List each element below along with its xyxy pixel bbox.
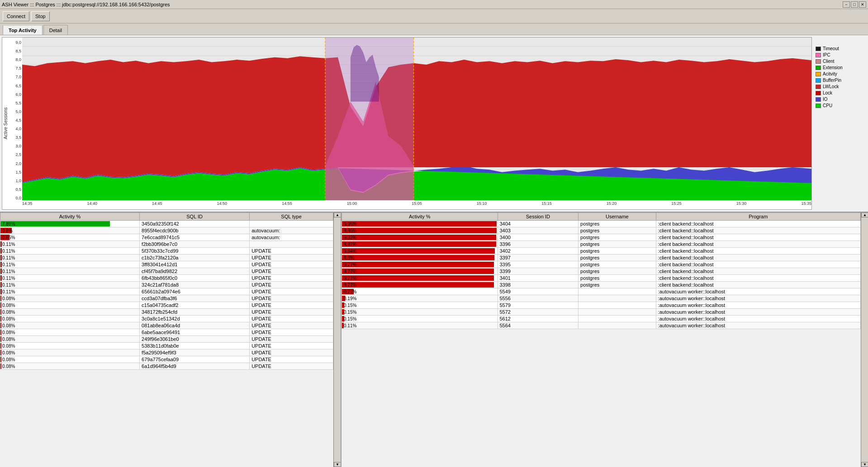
table-row[interactable]: 0.15%5579:autovacuum worker::localhost: [342, 302, 861, 309]
right-table-scroll[interactable]: Activity % Session ID Username Program 9…: [342, 212, 861, 467]
connect-button[interactable]: Connect: [3, 11, 29, 21]
title-controls: − □ ✕: [843, 1, 866, 8]
right-scroll-down[interactable]: ▼: [861, 462, 868, 467]
tables-container: Activity % SQL ID SQL type 7.89%3450a923…: [0, 212, 868, 467]
table-row[interactable]: 0.11%5564:autovacuum worker::localhost: [342, 322, 861, 329]
table-row[interactable]: 0.8%8955f4ecdc900bautovacuum:: [0, 227, 333, 234]
main-content: Active Sessions 9,08,58,07,57,06,56,05,5…: [0, 35, 868, 467]
legend-item: IO: [816, 97, 863, 102]
legend-color-box: [816, 91, 821, 95]
legend-item: CPU: [816, 103, 863, 108]
table-row[interactable]: 0.15%5572:autovacuum worker::localhost: [342, 309, 861, 316]
legend-color-box: [816, 104, 821, 108]
right-table: Activity % Session ID Username Program 9…: [342, 212, 861, 329]
left-table: Activity % SQL ID SQL type 7.89%3450a923…: [0, 212, 333, 370]
left-scroll-up[interactable]: ▲: [334, 212, 341, 217]
left-scroll-down[interactable]: ▼: [334, 462, 341, 467]
table-row[interactable]: 0.08%6a1d964f5b4d9UPDATE: [0, 363, 333, 370]
table-row[interactable]: 0.08%679a775cefaa09UPDATE: [0, 356, 333, 363]
title-bar: ASH Viewer ::: Postgres ::: jdbc:postgre…: [0, 0, 868, 9]
table-row[interactable]: 0.08%5383b11d0fab0eUPDATE: [0, 343, 333, 349]
tabs: Top Activity Detail: [0, 24, 868, 35]
tab-detail[interactable]: Detail: [43, 25, 68, 35]
y-axis-label: Active Sessions: [2, 38, 9, 209]
right-table-container: Activity % Session ID Username Program 9…: [342, 212, 868, 467]
table-row[interactable]: 9.92%3400postgres:client backend::localh…: [342, 234, 861, 241]
right-col-username: Username: [579, 213, 656, 221]
table-row[interactable]: 0.19%5556:autovacuum worker::localhost: [342, 295, 861, 302]
table-row[interactable]: 9.77%3401postgres:client backend::localh…: [342, 275, 861, 282]
legend-color-box: [816, 97, 821, 102]
chart-container: Active Sessions 9,08,58,07,57,06,56,05,5…: [0, 35, 868, 212]
table-row[interactable]: 0.11%cf45f7ba9d9822UPDATE: [0, 268, 333, 275]
right-col-activity: Activity %: [342, 213, 498, 221]
table-row[interactable]: 9.77%3399postgres:client backend::localh…: [342, 268, 861, 275]
y-axis: 9,08,58,07,57,06,56,05,55,04,54,03,53,02…: [9, 38, 22, 209]
maximize-button[interactable]: □: [851, 1, 858, 8]
left-col-sqltype: SQL type: [250, 213, 333, 221]
chart-inner: 9,08,58,07,57,06,56,05,55,04,54,03,53,02…: [9, 38, 811, 209]
legend-color-box: [816, 53, 821, 57]
table-row[interactable]: 0.77%5549:autovacuum worker::localhost: [342, 288, 861, 295]
legend-color-box: [816, 66, 821, 70]
chart-area: Active Sessions 9,08,58,07,57,06,56,05,5…: [2, 37, 812, 210]
table-row[interactable]: 0.15%5612:autovacuum worker::localhost: [342, 316, 861, 322]
table-row[interactable]: 0.08%081ab8ea06ca4dUPDATE: [0, 322, 333, 329]
table-row[interactable]: 0.11%3ff83041e412d1UPDATE: [0, 261, 333, 268]
title-text: ASH Viewer ::: Postgres ::: jdbc:postgre…: [2, 2, 170, 7]
legend-color-box: [816, 78, 821, 83]
table-row[interactable]: 0.08%249f96e3061be0UPDATE: [0, 336, 333, 343]
left-col-sqlid: SQL ID: [140, 213, 250, 221]
table-row[interactable]: 9.84%3402postgres:client backend::localh…: [342, 248, 861, 255]
table-row[interactable]: 0.08%3c0a8c1e51342dUPDATE: [0, 316, 333, 322]
right-col-program: Program: [656, 213, 860, 221]
table-row[interactable]: 9.8%3397postgres:client backend::localho…: [342, 255, 861, 261]
minimize-button[interactable]: −: [843, 1, 850, 8]
table-row[interactable]: 7.89%3450a92350f142: [0, 221, 333, 227]
table-row[interactable]: 0.11%5f370b33c7cd99UPDATE: [0, 248, 333, 255]
right-scroll-up[interactable]: ▲: [861, 212, 868, 217]
legend-color-box: [816, 47, 821, 51]
toolbar: Connect Stop: [0, 9, 868, 24]
table-row[interactable]: 0.65%7e6ccad89741c5autovacuum:: [0, 234, 333, 241]
svg-marker-22: [22, 56, 811, 182]
table-row[interactable]: 0.11%324c21af781da8UPDATE: [0, 282, 333, 288]
stop-button[interactable]: Stop: [31, 11, 50, 21]
left-col-activity: Activity %: [0, 213, 140, 221]
tab-top-activity[interactable]: Top Activity: [3, 25, 43, 35]
table-row[interactable]: 0.11%f2bb30f96be7c0: [0, 241, 333, 248]
legend-color-box: [816, 85, 821, 89]
legend-item: BufferPin: [816, 78, 863, 83]
legend-item: Acitvity: [816, 71, 863, 76]
legend-color-box: [816, 59, 821, 64]
legend-item: Lock: [816, 90, 863, 95]
legend-item: LWLock: [816, 84, 863, 89]
legend-item: Client: [816, 59, 863, 64]
chart-svg-area[interactable]: [22, 38, 811, 200]
table-row[interactable]: 0.08%f5a295094ef9f3UPDATE: [0, 349, 333, 356]
close-button[interactable]: ✕: [859, 1, 866, 8]
table-row[interactable]: 0.08%6abe5aace96491UPDATE: [0, 329, 333, 336]
legend-item: IPC: [816, 52, 863, 57]
left-table-scroll[interactable]: Activity % SQL ID SQL type 7.89%3450a923…: [0, 212, 333, 467]
left-table-container: Activity % SQL ID SQL type 7.89%3450a923…: [0, 212, 342, 467]
table-row[interactable]: 9.92%3396postgres:client backend::localh…: [342, 241, 861, 248]
legend-item: Extension: [816, 65, 863, 70]
table-row[interactable]: 9.96%3403postgres:client backend::localh…: [342, 227, 861, 234]
legend-color-box: [816, 72, 821, 76]
table-row[interactable]: 0.08%348172fb254cfdUPDATE: [0, 309, 333, 316]
table-row[interactable]: 0.11%c1b2c73fa2120aUPDATE: [0, 255, 333, 261]
table-row[interactable]: 9.96%3404postgres:client backend::localh…: [342, 221, 861, 227]
table-row[interactable]: 9.77%3398postgres:client backend::localh…: [342, 282, 861, 288]
table-row[interactable]: 0.11%65661b2a0974e6UPDATE: [0, 288, 333, 295]
x-axis: 14:35 14:40 14:45 14:50 14:55 15:00 15:0…: [22, 200, 811, 209]
table-row[interactable]: 0.11%6fb43bb865f0c0UPDATE: [0, 275, 333, 282]
table-row[interactable]: 0.08%ccd3a07dfba3f6UPDATE: [0, 295, 333, 302]
right-col-sessionid: Session ID: [498, 213, 579, 221]
legend: TimeoutIPCClientExtensionAcitvityBufferP…: [812, 37, 866, 210]
table-row[interactable]: 0.08%c15a04735cadf2UPDATE: [0, 302, 333, 309]
legend-item: Timeout: [816, 46, 863, 51]
table-row[interactable]: 9.77%3395postgres:client backend::localh…: [342, 261, 861, 268]
